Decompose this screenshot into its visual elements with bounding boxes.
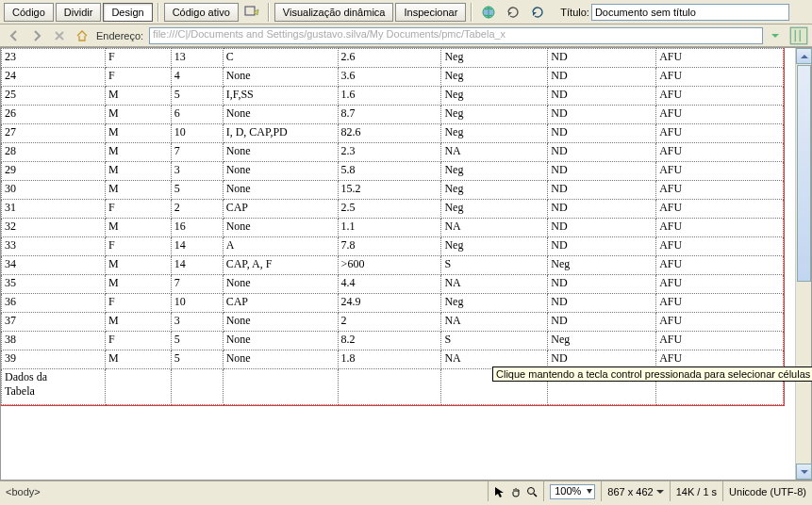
- table-cell[interactable]: AFU: [656, 87, 784, 106]
- table-cell[interactable]: ND: [548, 219, 656, 237]
- table-cell[interactable]: [223, 369, 338, 405]
- table-cell[interactable]: AFU: [656, 200, 784, 219]
- table-cell[interactable]: M: [105, 162, 171, 181]
- table-cell[interactable]: AFU: [656, 237, 784, 256]
- table-cell[interactable]: 31: [2, 200, 106, 219]
- table-cell[interactable]: ND: [548, 124, 656, 143]
- scroll-down-icon[interactable]: [796, 464, 812, 480]
- table-cell[interactable]: None: [223, 68, 338, 87]
- table-cell[interactable]: C: [223, 49, 338, 68]
- table-cell[interactable]: 8.7: [338, 106, 441, 124]
- table-cell[interactable]: 25: [2, 87, 106, 106]
- table-cell[interactable]: 2: [171, 200, 223, 219]
- table-cell[interactable]: ND: [548, 49, 656, 68]
- table-cell[interactable]: AFU: [656, 181, 784, 200]
- data-table[interactable]: 23F13C2.6NegNDAFU24F4None3.6NegNDAFU25M5…: [1, 48, 784, 405]
- table-cell[interactable]: 1.1: [338, 219, 441, 237]
- inspect-button[interactable]: Inspecionar: [395, 3, 466, 22]
- table-cell[interactable]: Neg: [441, 87, 548, 106]
- window-dimensions[interactable]: 867 x 462: [601, 481, 669, 501]
- table-cell[interactable]: >600: [338, 256, 441, 275]
- table-cell[interactable]: None: [223, 275, 338, 294]
- zoom-tool-icon[interactable]: [524, 484, 539, 499]
- table-cell[interactable]: AFU: [656, 68, 784, 87]
- code-view-button[interactable]: Código: [4, 3, 54, 22]
- table-row[interactable]: 24F4None3.6NegNDAFU: [2, 68, 784, 87]
- refresh-design-icon[interactable]: [502, 3, 524, 22]
- table-cell[interactable]: 5: [171, 332, 223, 350]
- live-code-button[interactable]: Código ativo: [164, 3, 239, 22]
- table-cell[interactable]: NA: [441, 275, 548, 294]
- table-cell[interactable]: 38: [2, 332, 106, 350]
- table-row[interactable]: 25M5I,F,SS1.6NegNDAFU: [2, 87, 784, 106]
- table-cell[interactable]: M: [105, 350, 171, 369]
- address-go-icon[interactable]: [789, 26, 808, 45]
- table-cell[interactable]: AFU: [656, 219, 784, 237]
- table-row[interactable]: 23F13C2.6NegNDAFU: [2, 49, 784, 68]
- table-cell[interactable]: Neg: [548, 332, 656, 350]
- table-cell[interactable]: 82.6: [338, 124, 441, 143]
- table-cell[interactable]: 13: [171, 49, 223, 68]
- table-cell[interactable]: AFU: [656, 294, 784, 313]
- table-cell[interactable]: ND: [548, 162, 656, 181]
- table-cell[interactable]: Neg: [441, 200, 548, 219]
- table-cell[interactable]: None: [223, 313, 338, 332]
- hand-tool-icon[interactable]: [508, 484, 523, 499]
- table-cell[interactable]: ND: [548, 237, 656, 256]
- tag-selector[interactable]: <body>: [0, 486, 46, 497]
- table-cell[interactable]: Neg: [441, 294, 548, 313]
- table-cell[interactable]: 1.8: [338, 350, 441, 369]
- table-cell[interactable]: Neg: [441, 68, 548, 87]
- table-cell[interactable]: 8.2: [338, 332, 441, 350]
- table-cell[interactable]: 26: [2, 106, 106, 124]
- table-cell[interactable]: M: [105, 87, 171, 106]
- table-cell[interactable]: 16: [171, 219, 223, 237]
- table-cell[interactable]: M: [105, 275, 171, 294]
- page-encoding[interactable]: Unicode (UTF-8): [722, 481, 812, 501]
- table-cell[interactable]: 24: [2, 68, 106, 87]
- table-row[interactable]: 26M6None8.7NegNDAFU: [2, 106, 784, 124]
- pointer-tool-icon[interactable]: [492, 484, 507, 499]
- table-row[interactable]: 36F10CAP24.9NegNDAFU: [2, 294, 784, 313]
- table-cell[interactable]: M: [105, 181, 171, 200]
- table-cell[interactable]: AFU: [656, 124, 784, 143]
- table-row[interactable]: 29M3None5.8NegNDAFU: [2, 162, 784, 181]
- table-cell[interactable]: S: [441, 256, 548, 275]
- table-row[interactable]: 27M10I, D, CAP,PD82.6NegNDAFU: [2, 124, 784, 143]
- table-cell[interactable]: Neg: [441, 106, 548, 124]
- table-cell[interactable]: AFU: [656, 143, 784, 162]
- table-cell[interactable]: 14: [171, 237, 223, 256]
- live-view-button[interactable]: Visualização dinâmica: [274, 3, 394, 22]
- table-cell[interactable]: None: [223, 181, 338, 200]
- table-cell[interactable]: 5: [171, 350, 223, 369]
- table-cell[interactable]: ND: [548, 106, 656, 124]
- table-row[interactable]: 33F14A7.8NegNDAFU: [2, 237, 784, 256]
- table-cell[interactable]: NA: [441, 219, 548, 237]
- table-cell[interactable]: 5.8: [338, 162, 441, 181]
- vertical-scrollbar[interactable]: [795, 48, 811, 480]
- table-cell[interactable]: Neg: [441, 49, 548, 68]
- table-cell[interactable]: [338, 369, 441, 405]
- table-cell[interactable]: 28: [2, 143, 106, 162]
- table-cell[interactable]: Neg: [548, 256, 656, 275]
- nav-forward-icon[interactable]: [26, 26, 47, 45]
- table-cell[interactable]: M: [105, 124, 171, 143]
- table-row[interactable]: 28M7None2.3NANDAFU: [2, 143, 784, 162]
- split-view-button[interactable]: Dividir: [56, 3, 102, 22]
- table-cell[interactable]: F: [105, 237, 171, 256]
- table-row[interactable]: 38F5None8.2SNegAFU: [2, 332, 784, 350]
- table-cell[interactable]: 10: [171, 124, 223, 143]
- table-cell[interactable]: I,F,SS: [223, 87, 338, 106]
- table-cell[interactable]: CAP: [223, 294, 338, 313]
- table-cell[interactable]: ND: [548, 294, 656, 313]
- table-cell[interactable]: ND: [548, 68, 656, 87]
- table-cell[interactable]: 23: [2, 49, 106, 68]
- table-cell[interactable]: 14: [171, 256, 223, 275]
- table-cell[interactable]: ND: [548, 87, 656, 106]
- table-cell[interactable]: A: [223, 237, 338, 256]
- refresh-browser-icon[interactable]: [526, 3, 549, 22]
- table-cell[interactable]: F: [105, 68, 171, 87]
- table-cell[interactable]: None: [223, 106, 338, 124]
- table-cell[interactable]: 33: [2, 237, 106, 256]
- table-cell[interactable]: NA: [441, 313, 548, 332]
